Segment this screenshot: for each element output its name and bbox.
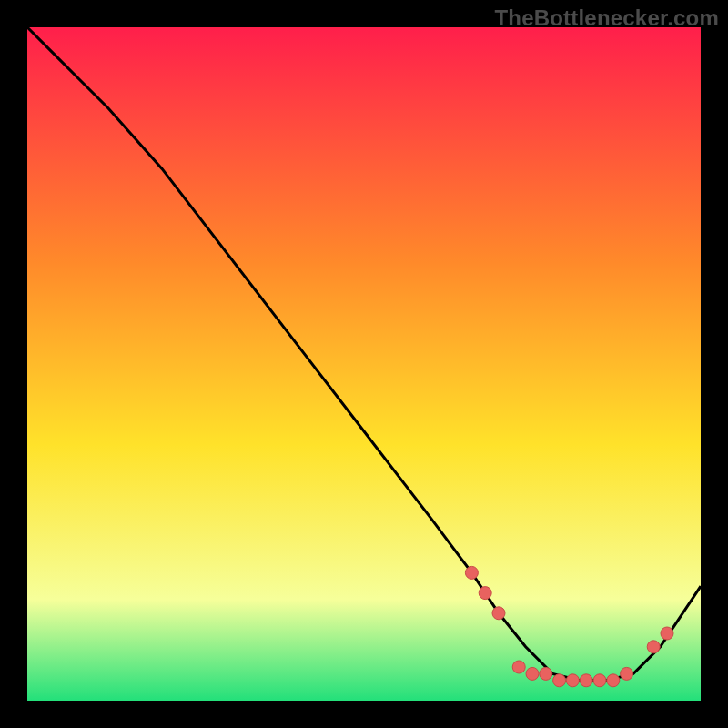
data-marker (580, 674, 592, 687)
data-marker (621, 667, 633, 680)
data-marker (661, 627, 673, 640)
data-marker (526, 667, 539, 680)
data-marker (492, 607, 505, 620)
data-marker (566, 674, 579, 687)
gradient-background (27, 27, 701, 701)
data-marker (647, 641, 660, 653)
chart-svg (27, 27, 701, 701)
plot-area (27, 27, 701, 701)
data-marker (593, 674, 606, 687)
data-marker (607, 674, 620, 687)
data-marker (465, 566, 478, 579)
data-marker (512, 661, 525, 673)
data-marker (553, 674, 566, 687)
chart-frame: TheBottlenecker.com (0, 0, 728, 728)
data-marker (479, 587, 491, 600)
data-marker (540, 667, 552, 680)
